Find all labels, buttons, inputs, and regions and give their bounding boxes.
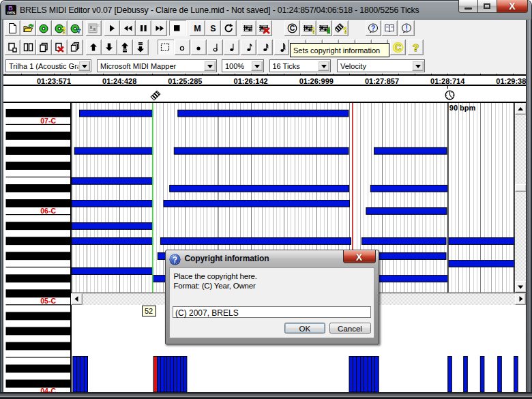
svg-text:S: S: [210, 24, 216, 33]
svg-text:C: C: [290, 24, 295, 32]
svg-text:#: #: [327, 26, 331, 34]
svg-text:06-C: 06-C: [40, 207, 56, 215]
svg-text:?: ?: [344, 26, 347, 35]
svg-text:04-C: 04-C: [40, 387, 56, 392]
svg-text:?: ?: [61, 25, 66, 35]
svg-text:rels: rels: [8, 10, 16, 15]
svg-text:!: !: [405, 24, 408, 32]
svg-text:?: ?: [371, 24, 376, 32]
svg-text:10: 10: [96, 23, 100, 27]
svg-text:?: ?: [312, 25, 315, 34]
svg-text:C: C: [395, 43, 401, 53]
svg-text:?: ?: [413, 42, 419, 53]
svg-text:?: ?: [172, 255, 177, 265]
svg-text:07-C: 07-C: [40, 117, 56, 125]
svg-text:90 bpm: 90 bpm: [449, 104, 475, 112]
svg-text:05-C: 05-C: [40, 297, 56, 305]
svg-text:M: M: [194, 24, 201, 33]
